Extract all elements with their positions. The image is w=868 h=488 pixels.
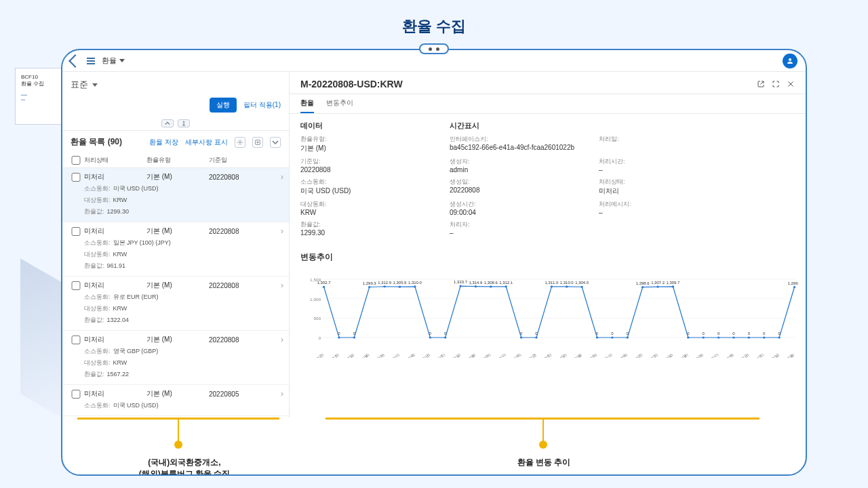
- trend-chart: 05001,0001,5001,302.7001,299.31,312.91,3…: [290, 267, 806, 366]
- svg-text:08-01(월): 08-01(월): [674, 352, 688, 358]
- share-icon[interactable]: [757, 80, 765, 88]
- svg-text:1,314.9: 1,314.9: [469, 281, 483, 285]
- svg-text:08-06(토): 08-06(토): [750, 352, 764, 358]
- table-row[interactable]: 미처리 기본 (M) 20220805 › 소스통화:미국 USD (USD): [62, 385, 289, 416]
- variant-selector[interactable]: 표준: [71, 79, 98, 91]
- col-date: 기준일: [209, 156, 271, 165]
- svg-text:1,309.7: 1,309.7: [667, 281, 680, 285]
- fullscreen-icon[interactable]: [772, 80, 780, 88]
- svg-text:07-23(토): 07-23(토): [538, 352, 552, 358]
- chevron-right-icon: ›: [271, 281, 283, 290]
- close-icon[interactable]: [787, 80, 795, 88]
- svg-point-43: [566, 285, 568, 287]
- svg-text:07-09(토): 07-09(토): [325, 352, 339, 358]
- filter-applied-link[interactable]: 필터 적용(1): [243, 100, 281, 110]
- svg-point-57: [672, 285, 674, 287]
- dropdown-icon[interactable]: [270, 137, 281, 148]
- list-header: 환율 목록 (90) 환율 저장 세부사항 표시: [62, 131, 289, 153]
- table-row[interactable]: 미처리 기본 (M) 20220808 › 소스통화:유로 EUR (EUR) …: [62, 277, 289, 331]
- annotation-left: (국내)외국환중개소,(해외)블룸버그 환율 수집: [117, 457, 252, 476]
- svg-text:07-17(일): 07-17(일): [446, 352, 460, 358]
- row-date: 20220808: [209, 228, 271, 235]
- row-date: 20220808: [209, 174, 271, 181]
- chevron-right-icon: ›: [271, 389, 283, 399]
- save-rate-link[interactable]: 환율 저장: [149, 138, 178, 147]
- collapse-up-icon[interactable]: [161, 119, 174, 127]
- table-row[interactable]: 미처리 기본 (M) 20220808 › 소스통화:영국 GBP (GBP) …: [62, 331, 289, 385]
- tab-trend[interactable]: 변동추이: [326, 98, 353, 113]
- tab-rate[interactable]: 환율: [300, 98, 314, 113]
- svg-point-15: [353, 336, 355, 338]
- row-checkbox[interactable]: [68, 390, 84, 399]
- svg-text:07-27(수): 07-27(수): [598, 352, 612, 358]
- gold-connector-left: [178, 418, 179, 443]
- svg-point-53: [642, 286, 644, 288]
- row-type: 기본 (M): [146, 226, 209, 236]
- row-date: 20220805: [209, 390, 271, 398]
- show-detail-link[interactable]: 세부사항 표시: [185, 138, 228, 147]
- svg-point-49: [611, 336, 613, 338]
- detail-title: M-20220808-USD:KRW: [300, 79, 403, 89]
- breadcrumb[interactable]: 환율: [102, 56, 125, 66]
- svg-text:1,298.6: 1,298.6: [636, 281, 650, 285]
- svg-text:0: 0: [353, 331, 355, 336]
- svg-point-39: [535, 336, 537, 338]
- row-checkbox[interactable]: [68, 173, 84, 182]
- gold-connector-right: [542, 418, 544, 443]
- svg-text:1,304.0: 1,304.0: [575, 281, 589, 285]
- detail-header: M-20220808-USD:KRW: [290, 72, 806, 94]
- svg-point-23: [414, 285, 416, 287]
- svg-text:0: 0: [338, 331, 340, 336]
- svg-point-51: [627, 336, 629, 338]
- svg-text:0: 0: [732, 331, 734, 336]
- svg-point-35: [505, 285, 507, 287]
- section-timestamp: 시간표시: [450, 121, 599, 131]
- row-checkbox[interactable]: [68, 227, 84, 236]
- svg-text:1,308.6: 1,308.6: [484, 281, 498, 285]
- svg-point-27: [444, 336, 446, 338]
- svg-point-73: [793, 286, 795, 288]
- settings-icon[interactable]: [235, 137, 245, 148]
- svg-text:0: 0: [444, 331, 446, 336]
- select-all-checkbox[interactable]: [68, 156, 84, 165]
- table-row[interactable]: 미처리 기본 (M) 20220808 › 소스통화:미국 USD (USD) …: [62, 168, 289, 222]
- svg-text:0: 0: [717, 331, 719, 336]
- chevron-right-icon: ›: [271, 335, 283, 344]
- svg-text:0: 0: [687, 331, 689, 336]
- back-icon[interactable]: [68, 54, 82, 68]
- svg-text:07-28(목): 07-28(목): [614, 352, 628, 358]
- filter-actions: 실행 필터 적용(1): [62, 95, 289, 118]
- svg-point-0: [789, 58, 791, 61]
- svg-text:08-04(목): 08-04(목): [719, 352, 734, 358]
- row-status: 미처리: [84, 226, 146, 236]
- chevron-right-icon: ›: [271, 172, 283, 182]
- row-status: 미처리: [84, 172, 146, 182]
- list-icon[interactable]: [87, 58, 95, 64]
- list-rows: 미처리 기본 (M) 20220808 › 소스통화:미국 USD (USD) …: [62, 168, 289, 418]
- svg-text:1,312.1: 1,312.1: [499, 281, 513, 285]
- svg-point-37: [520, 336, 522, 338]
- row-checkbox[interactable]: [68, 281, 84, 290]
- table-row[interactable]: 미처리 기본 (M) 20220808 › 소스통화:일본 JPY (100) …: [62, 222, 289, 277]
- svg-text:500: 500: [313, 317, 321, 321]
- run-button[interactable]: 실행: [210, 98, 237, 113]
- svg-text:07-24(일): 07-24(일): [553, 352, 567, 358]
- pin-icon[interactable]: [178, 119, 190, 127]
- row-checkbox[interactable]: [68, 336, 84, 344]
- app-window: 환율 표준 실행 필터 적용(1) 환율 목록 (9: [61, 49, 807, 476]
- row-type: 기본 (M): [146, 389, 209, 399]
- export-icon[interactable]: [252, 137, 263, 148]
- row-status: 미처리: [84, 389, 146, 399]
- svg-text:0: 0: [319, 336, 321, 340]
- svg-text:08-05(금): 08-05(금): [735, 352, 749, 358]
- svg-point-63: [717, 336, 719, 338]
- svg-text:07-21(목): 07-21(목): [507, 352, 521, 358]
- svg-text:0: 0: [596, 331, 598, 336]
- svg-text:08-02(화): 08-02(화): [690, 352, 704, 358]
- svg-point-61: [702, 336, 704, 338]
- avatar[interactable]: [783, 54, 797, 68]
- svg-point-13: [338, 336, 340, 338]
- list-columns: 처리상태 환율유형 기준일: [62, 153, 289, 168]
- svg-point-19: [383, 285, 385, 287]
- row-type: 기본 (M): [146, 281, 209, 290]
